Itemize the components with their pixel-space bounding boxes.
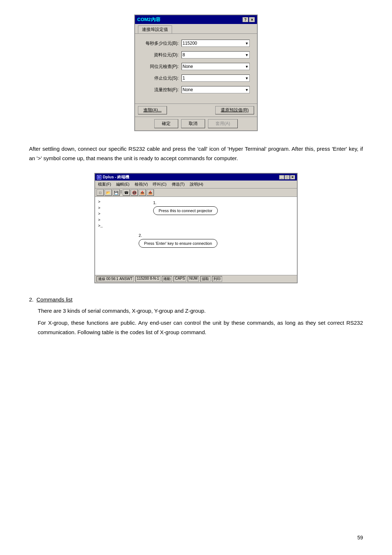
- help-button[interactable]: ?: [242, 17, 248, 22]
- menu-file[interactable]: 檔案(F): [97, 181, 113, 187]
- toolbar-new[interactable]: □: [97, 189, 104, 196]
- close-icon[interactable]: ✕: [290, 175, 295, 179]
- dialog-titlebar: COM2內容 ? ✕: [135, 15, 257, 24]
- flow-control-value: None: [183, 87, 193, 92]
- ok-button[interactable]: 確定: [154, 119, 178, 128]
- data-bits-value: 8: [183, 52, 185, 57]
- terminal-window: D Dplus - 終端機 _ □ ✕ 檔案(F) 編輯(E) 檢視(V) 呼叫…: [94, 173, 298, 283]
- baud-rate-value: 115200: [183, 41, 197, 46]
- dialog-tab-bar: 連接埠設定值: [135, 24, 257, 34]
- terminal-screen: > > > > >_ 1. Press this to connect proj…: [95, 197, 297, 275]
- field-stop-bits: 停止位元(S): 1 ▼: [142, 74, 250, 82]
- toolbar-save[interactable]: 💾: [113, 189, 120, 196]
- stop-bits-value: 1: [183, 76, 185, 81]
- restore-button[interactable]: 還原預設值(R): [215, 106, 254, 114]
- dialog-body: 每秒多少位元(B): 115200 ▼ 資料位元(D): 8 ▼ 同位元檢查(P…: [135, 34, 257, 104]
- menu-edit[interactable]: 編輯(E): [115, 181, 131, 187]
- terminal-toolbar: □ 📂 💾 | ☎ 📵 📤 📥: [95, 189, 297, 197]
- terminal-statusbar: 連線 00:56:1 ANSWT 115200 8-N-1 捲動 CAPS NU…: [95, 275, 297, 283]
- toolbar-receive[interactable]: 📥: [147, 189, 154, 196]
- baud-rate-arrow: ▼: [245, 41, 249, 45]
- apply-button[interactable]: 套用(A): [208, 119, 238, 128]
- toolbar-open[interactable]: 📂: [105, 189, 112, 196]
- toolbar-send[interactable]: 📤: [139, 189, 146, 196]
- annotation-1-num: 1.: [153, 200, 218, 205]
- status-baud: 115200 8-N-1: [135, 276, 160, 282]
- annotation-2-group: 2. Press 'Enter' key to ensure connectio…: [139, 233, 217, 248]
- annotation-1-bubble: Press this to connect projector: [153, 206, 218, 215]
- menu-view[interactable]: 檢視(V): [133, 181, 150, 187]
- section-title: Commands list: [37, 296, 73, 303]
- cancel-button[interactable]: 取消: [181, 119, 205, 128]
- status-caps: CAPS: [173, 276, 186, 282]
- dialog-footer-top: 進階(A)... 還原預設值(R): [135, 104, 257, 117]
- stop-bits-label: 停止位元(S):: [142, 75, 179, 81]
- toolbar-disconnect[interactable]: 📵: [131, 189, 138, 196]
- section-commands-list: 2. Commands list There are 3 kinds of se…: [29, 296, 363, 337]
- advanced-button[interactable]: 進階(A)...: [138, 106, 167, 114]
- baud-rate-select[interactable]: 115200 ▼: [181, 40, 250, 47]
- stop-bits-arrow: ▼: [245, 76, 249, 80]
- menu-help[interactable]: 說明(H): [188, 181, 205, 187]
- annotation-1-group: 1. Press this to connect projector: [153, 200, 218, 215]
- dialog-tab-connection[interactable]: 連接埠設定值: [138, 25, 172, 33]
- menu-call[interactable]: 呼叫(C): [151, 181, 168, 187]
- terminal-title-left: D Dplus - 終端機: [97, 174, 129, 180]
- toolbar-sep1: |: [121, 189, 122, 196]
- prompt-4: >: [98, 217, 294, 223]
- section-number: 2.: [29, 296, 34, 303]
- field-parity: 同位元檢查(P): None ▼: [142, 63, 250, 70]
- field-flow-control: 流量控制(F): None ▼: [142, 86, 250, 93]
- menu-transfer[interactable]: 傳送(T): [170, 181, 186, 187]
- close-button[interactable]: ✕: [249, 17, 255, 22]
- status-print: 列印: [212, 276, 222, 282]
- annotation-1-text: Press this to connect projector: [159, 208, 212, 213]
- status-connection: 連線 00:56:1 ANSWT: [97, 276, 134, 282]
- prompt-5: >_: [98, 223, 294, 229]
- field-data-bits: 資料位元(D): 8 ▼: [142, 51, 250, 58]
- status-scroll: 捲動: [162, 276, 172, 282]
- terminal-title-text: Dplus - 終端機: [103, 174, 129, 180]
- flow-control-select[interactable]: None ▼: [181, 86, 250, 93]
- section-para-2: For X-group, these functions are public.…: [29, 318, 363, 337]
- parity-value: None: [183, 64, 193, 69]
- annotation-2-bubble: Press 'Enter' key to ensure connection: [139, 239, 217, 248]
- section-header: 2. Commands list: [29, 296, 363, 303]
- flow-control-arrow: ▼: [245, 88, 249, 92]
- terminal-container: D Dplus - 終端機 _ □ ✕ 檔案(F) 編輯(E) 檢視(V) 呼叫…: [29, 173, 363, 283]
- parity-label: 同位元檢查(P):: [142, 64, 179, 70]
- data-bits-label: 資料位元(D):: [142, 52, 179, 58]
- toolbar-connect[interactable]: ☎: [123, 189, 130, 196]
- flow-control-label: 流量控制(F):: [142, 87, 179, 93]
- data-bits-select[interactable]: 8 ▼: [181, 51, 250, 58]
- terminal-menubar: 檔案(F) 編輯(E) 檢視(V) 呼叫(C) 傳送(T) 說明(H): [95, 181, 297, 189]
- baud-rate-label: 每秒多少位元(B):: [142, 40, 179, 46]
- dialog-title-buttons: ? ✕: [242, 17, 255, 22]
- page-number: 59: [357, 535, 363, 540]
- annotation-2-num: 2.: [139, 233, 217, 238]
- status-num: NUM: [188, 276, 199, 282]
- field-baud-rate: 每秒多少位元(B): 115200 ▼: [142, 40, 250, 47]
- stop-bits-select[interactable]: 1 ▼: [181, 74, 250, 82]
- data-bits-arrow: ▼: [245, 53, 249, 57]
- paragraph-1: After settling down, connect our specifi…: [29, 144, 363, 163]
- terminal-title-buttons: _ □ ✕: [279, 175, 295, 179]
- dialog-title: COM2內容: [137, 16, 160, 23]
- terminal-titlebar: D Dplus - 終端機 _ □ ✕: [95, 174, 297, 181]
- maximize-button[interactable]: □: [285, 175, 290, 179]
- com2-dialog: COM2內容 ? ✕ 連接埠設定值 每秒多少位元(B): 115200 ▼ 資料…: [134, 15, 258, 131]
- status-capture: 擷取: [200, 276, 211, 282]
- minimize-button[interactable]: _: [279, 175, 284, 179]
- parity-select[interactable]: None ▼: [181, 63, 250, 70]
- dialog-footer-bottom: 確定 取消 套用(A): [135, 117, 257, 130]
- dialog-container: COM2內容 ? ✕ 連接埠設定值 每秒多少位元(B): 115200 ▼ 資料…: [29, 15, 363, 131]
- annotation-2-text: Press 'Enter' key to ensure connection: [144, 241, 212, 246]
- section-para-1: There are 3 kinds of serial commands, X-…: [29, 306, 363, 316]
- parity-arrow: ▼: [245, 65, 249, 69]
- terminal-title-icon: D: [97, 175, 101, 179]
